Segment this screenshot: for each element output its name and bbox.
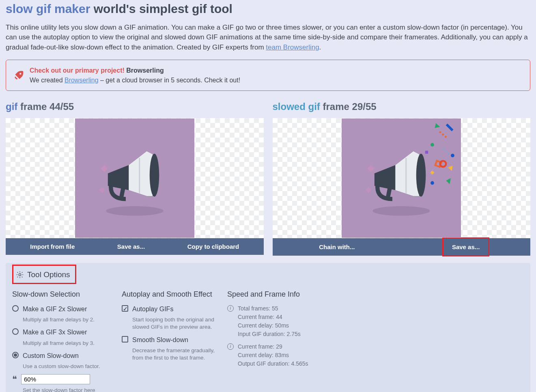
promo-name: Browserling bbox=[126, 67, 164, 74]
label-smooth: Smooth Slow-down bbox=[132, 335, 188, 345]
info-icon: i bbox=[227, 305, 234, 312]
promo-lead: Check out our primary project! bbox=[30, 67, 125, 74]
svg-point-1 bbox=[106, 206, 163, 216]
svg-point-8 bbox=[431, 143, 434, 146]
radio-custom[interactable] bbox=[12, 352, 19, 358]
radio-2x[interactable] bbox=[12, 305, 19, 312]
title-rest: world's simplest gif tool bbox=[90, 2, 232, 15]
import-button[interactable]: Import from file bbox=[30, 243, 75, 250]
megaphone-icon bbox=[75, 118, 194, 238]
team-link[interactable]: team Browserling bbox=[266, 43, 319, 51]
svg-rect-14 bbox=[430, 170, 434, 174]
browserling-link[interactable]: Browserling bbox=[65, 77, 99, 84]
quote-icon: ❝ bbox=[12, 375, 17, 384]
info-cur-frame-out: Current frame: 29 bbox=[238, 342, 308, 351]
copy-button[interactable]: Copy to clipboard bbox=[187, 243, 239, 250]
checkbox-autoplay[interactable] bbox=[122, 305, 128, 312]
svg-point-16 bbox=[431, 181, 434, 185]
desc-custom: Use a custom slow-down factor. bbox=[23, 363, 110, 370]
svg-marker-15 bbox=[446, 178, 451, 184]
checkbox-smooth[interactable] bbox=[122, 336, 128, 342]
svg-point-4 bbox=[416, 153, 426, 196]
tool-options-panel: Tool Options Slow-down Selection Make a … bbox=[6, 263, 530, 392]
svg-point-2 bbox=[150, 153, 159, 196]
svg-point-0 bbox=[19, 73, 21, 74]
chain-button[interactable]: Chain with... bbox=[319, 243, 355, 250]
original-gif-panel: gif frame 44/55 Import from file Save a bbox=[6, 100, 264, 256]
promo-banner: Check out our primary project! Browserli… bbox=[6, 60, 530, 90]
info-col: Speed and Frame Info i Total frames: 55 … bbox=[227, 289, 333, 392]
desc-input: Set the slow-down factor here bbox=[23, 387, 110, 392]
info-total: Total frames: 55 bbox=[238, 304, 301, 313]
info-cur-delay-in: Current delay: 50ms bbox=[238, 321, 301, 330]
svg-point-11 bbox=[451, 153, 454, 157]
megaphone-confetti-icon bbox=[342, 118, 461, 238]
desc-autoplay: Start looping both the original and slow… bbox=[132, 316, 215, 331]
info-cur-delay-out: Current delay: 83ms bbox=[238, 351, 308, 360]
info-icon: i bbox=[227, 343, 234, 350]
label-2x: Make a GIF 2x Slower bbox=[23, 304, 87, 314]
slowed-toolbar: Chain with... Save as... bbox=[273, 238, 531, 256]
radio-3x[interactable] bbox=[12, 328, 19, 335]
autoplay-col: Autoplay and Smooth Effect Autoplay GIFs… bbox=[122, 289, 215, 392]
label-autoplay: Autoplay GIFs bbox=[132, 304, 173, 314]
save-button-highlighted-wrap: Save as... bbox=[443, 238, 489, 256]
info-cur-frame-in: Current frame: 44 bbox=[238, 313, 301, 321]
slowdown-selection-col: Slow-down Selection Make a GIF 2x Slower… bbox=[12, 289, 110, 392]
save-button-left[interactable]: Save as... bbox=[117, 243, 145, 250]
col3-heading: Speed and Frame Info bbox=[227, 289, 333, 299]
slowed-frame bbox=[342, 118, 461, 238]
slowed-gif-panel: slowed gif frame 29/55 bbox=[273, 100, 531, 256]
slowed-title: slowed gif frame 29/55 bbox=[273, 100, 531, 114]
svg-rect-9 bbox=[425, 151, 428, 153]
original-title: gif frame 44/55 bbox=[6, 100, 264, 114]
tool-options-header: Tool Options bbox=[12, 265, 76, 284]
original-preview bbox=[6, 118, 264, 238]
desc-3x: Multiply all frame delays by 3. bbox=[23, 340, 110, 347]
gear-icon bbox=[16, 271, 24, 279]
svg-point-17 bbox=[19, 274, 21, 276]
info-duration-out: Output GIF duration: 4.565s bbox=[238, 360, 308, 368]
info-duration-in: Input GIF duration: 2.75s bbox=[238, 330, 301, 338]
page-title: slow gif maker world's simplest gif tool bbox=[6, 0, 530, 18]
desc-2x: Multiply all frame delays by 2. bbox=[23, 316, 110, 323]
col2-heading: Autoplay and Smooth Effect bbox=[122, 289, 215, 299]
slowed-preview bbox=[273, 118, 531, 238]
svg-marker-5 bbox=[435, 123, 440, 128]
svg-point-13 bbox=[440, 161, 446, 167]
svg-line-10 bbox=[443, 148, 450, 155]
svg-line-6 bbox=[447, 124, 453, 130]
label-custom: Custom Slow-down bbox=[23, 351, 79, 360]
label-3x: Make a GIF 3x Slower bbox=[23, 327, 87, 337]
svg-point-3 bbox=[373, 206, 430, 216]
save-button-right[interactable]: Save as... bbox=[452, 243, 480, 250]
title-highlight: slow gif maker bbox=[6, 2, 90, 15]
original-toolbar: Import from file Save as... Copy to clip… bbox=[6, 238, 264, 255]
intro-text: This online utility lets you slow down a… bbox=[6, 23, 530, 53]
svg-line-7 bbox=[439, 131, 447, 138]
rocket-icon bbox=[13, 70, 24, 81]
original-frame bbox=[75, 118, 194, 238]
slowdown-input[interactable] bbox=[21, 374, 90, 384]
desc-smooth: Decrease the framerate gradually, from t… bbox=[132, 347, 215, 362]
col1-heading: Slow-down Selection bbox=[12, 289, 110, 299]
